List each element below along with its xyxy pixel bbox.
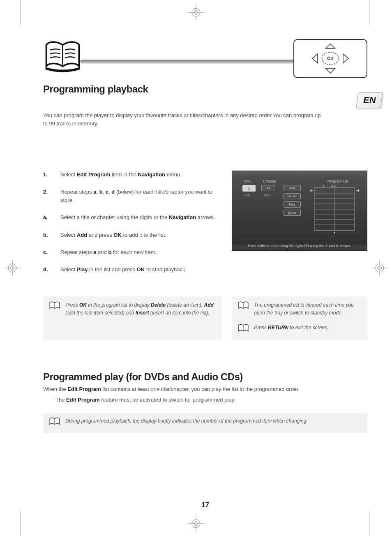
- osd-hint-text: Enter a title number using the digits OR…: [232, 244, 367, 248]
- osd-delete-button: Delete: [284, 193, 301, 199]
- osd-chapter-total: (32): [264, 193, 270, 197]
- note-box: Press OK in the program list to display …: [43, 296, 221, 340]
- osd-title-total: (24): [244, 193, 250, 197]
- osd-chapter-label: Chapter: [263, 179, 276, 183]
- left-arrow-icon: ▶: [310, 188, 313, 192]
- note-book-icon: [49, 417, 61, 429]
- step-text: Repeat steps a, b, c, d (below) for each…: [60, 188, 221, 204]
- body-text: When the Edit Program list contains at l…: [43, 385, 367, 393]
- language-flag: EN: [357, 92, 386, 113]
- registration-mark: [371, 260, 388, 276]
- step-number: b.: [43, 231, 60, 239]
- step-text: Repeat steps a and b for each new item.: [60, 248, 157, 256]
- page-number: 17: [43, 501, 367, 509]
- step-number: d.: [43, 266, 60, 274]
- osd-add-button: Add: [284, 185, 301, 191]
- note-box: The programmed list is cleared each time…: [232, 296, 367, 340]
- up-arrow-icon: ▲: [331, 184, 334, 187]
- ok-label: OK: [327, 56, 334, 61]
- note-book-icon: [238, 301, 250, 317]
- step-number: c.: [43, 248, 60, 256]
- step-text: Select a title or chapter using the digi…: [60, 213, 215, 222]
- crop-mark: [369, 0, 369, 25]
- registration-mark: [4, 260, 21, 276]
- note-book-icon: [49, 301, 61, 317]
- registration-mark: [188, 515, 204, 532]
- step-text: Select Play in the list and press OK to …: [60, 266, 187, 274]
- osd-chapter-value: All: [261, 185, 275, 191]
- osd-title-label: Title: [244, 179, 251, 183]
- step-number: 1.: [43, 171, 60, 179]
- body-text: The Edit Program feature must be activat…: [55, 396, 367, 404]
- section-title: Programming playback: [43, 83, 367, 95]
- osd-program-list-grid: [314, 187, 355, 231]
- crop-mark: [21, 0, 21, 25]
- note-book-icon: [238, 324, 250, 335]
- step-text: Select Add and press OK to add it to the…: [60, 231, 166, 239]
- osd-play-button: Play: [284, 201, 301, 208]
- note-box: During programmed playback, the display …: [43, 413, 367, 433]
- nav-ok-diagram: OK: [293, 39, 367, 78]
- step-number: a.: [43, 213, 60, 222]
- crop-mark: [369, 511, 369, 536]
- registration-mark: [188, 4, 204, 21]
- crop-mark: [21, 511, 21, 536]
- intro-text: You can program the player to display yo…: [43, 111, 323, 127]
- step-number: 2.: [43, 188, 60, 204]
- manual-book-icon: [43, 39, 82, 74]
- section-title: Programmed play (for DVDs and Audio CDs): [43, 371, 367, 383]
- osd-title-value: 1: [242, 185, 256, 192]
- osd-screenshot: Title Chapter Program List 1 All (24) (3…: [232, 171, 367, 251]
- right-arrow-icon: ◀: [356, 188, 359, 192]
- osd-program-list-label: Program List: [327, 179, 348, 183]
- step-text: Select Edit Program item in the Navigati…: [60, 171, 182, 179]
- down-arrow-icon: ▼: [333, 231, 336, 235]
- osd-done-button: Done: [284, 210, 301, 216]
